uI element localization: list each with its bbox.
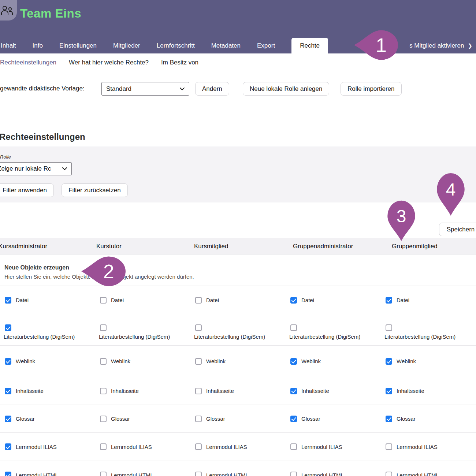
permission-cell: Datei [0,286,95,314]
checkbox-checked[interactable] [290,388,297,394]
apply-filter-button[interactable]: Filter anwenden [0,183,54,197]
section-description: Hier stellen Sie ein, welche Objekte in … [4,274,194,280]
permission-cell: Literaturbestellung (DigiSem) [286,314,381,345]
checkbox-unchecked[interactable] [100,297,107,304]
permission-cell: Lernmodul HTML [381,461,476,476]
callout-number: 3 [386,199,416,233]
checkbox-checked[interactable] [5,472,11,476]
subtab-wer-hat-hier-welche-rechte[interactable]: Wer hat hier welche Rechte? [69,59,149,66]
permission-cell: Glossar [381,405,476,432]
permission-cell: Lernmodul ILIAS [95,433,190,461]
permission-row-weblink: WeblinkWeblinkWeblinkWeblinkWeblink [0,346,476,377]
permission-cell: Datei [286,286,381,314]
checkbox-unchecked[interactable] [386,443,392,450]
checkbox-unchecked[interactable] [100,324,107,331]
save-button[interactable]: Speichern [439,223,476,236]
checkbox-unchecked[interactable] [195,324,202,331]
column-header-gruppenmitglied: Gruppenmitglied [392,238,438,254]
subtab-bar: RechteeinstellungenWer hat hier welche R… [0,53,476,72]
checkbox-unchecked[interactable] [386,324,392,331]
permission-cell: Weblink [190,346,286,377]
subtab-im-besitz-von[interactable]: Im Besitz von [161,59,198,66]
checkbox-unchecked[interactable] [386,472,392,476]
tab-rechte[interactable]: Rechte [291,38,328,53]
permission-label: Datei [111,297,124,303]
checkbox-unchecked[interactable] [195,472,202,476]
checkbox-checked[interactable] [5,297,11,304]
permission-label: Lernmodul ILIAS [16,444,57,450]
checkbox-checked[interactable] [5,324,11,331]
role-filter-label: Rolle [0,154,11,160]
checkbox-checked[interactable] [386,416,392,422]
pin-down-icon [386,199,416,242]
didactic-template-label: gewandte didaktische Vorlage: [0,85,85,92]
permission-label: Lernmodul HTML [206,472,249,476]
permission-label: Inhaltsseite [301,388,329,394]
didactic-template-select[interactable]: Standard [101,82,189,96]
checkbox-unchecked[interactable] [100,358,107,365]
permission-label: Inhaltsseite [111,388,139,394]
permission-cell: Inhaltsseite [0,377,95,405]
permission-label: Lernmodul HTML [301,472,344,476]
tab-info[interactable]: Info [33,38,43,53]
checkbox-checked[interactable] [290,297,297,304]
tab-lernfortschritt[interactable]: Lernfortschritt [157,38,195,53]
checkbox-checked[interactable] [5,416,11,422]
permission-row-datei: DateiDateiDateiDateiDatei [0,286,476,314]
checkbox-checked[interactable] [290,358,297,365]
checkbox-checked[interactable] [290,416,297,422]
permission-label: Glossar [301,416,320,422]
tab-mitglieder[interactable]: Mitglieder [113,38,140,53]
more-tab-label: s Mitglied aktivieren [409,42,464,49]
didactic-template-select-value: Standard [106,85,131,93]
create-local-role-button[interactable]: Neue lokale Rolle anlegen [243,82,329,96]
permission-label: Literaturbestellung (DigiSem) [384,334,455,340]
permission-label: Lernmodul ILIAS [301,444,342,450]
permission-row-lernmodul-ilias: Lernmodul ILIASLernmodul ILIASLernmodul … [0,433,476,461]
checkbox-checked[interactable] [5,358,11,365]
permission-cell: Lernmodul ILIAS [0,433,95,461]
checkbox-checked[interactable] [5,443,11,450]
didactic-template-row: gewandte didaktische Vorlage: Standard Ä… [0,81,476,97]
checkbox-unchecked[interactable] [290,443,297,450]
checkbox-unchecked[interactable] [195,416,202,422]
checkbox-checked[interactable] [5,388,11,394]
checkbox-checked[interactable] [386,388,392,394]
checkbox-unchecked[interactable] [100,443,107,450]
import-role-button[interactable]: Rolle importieren [341,82,402,96]
permission-cell: Glossar [95,405,190,432]
checkbox-unchecked[interactable] [195,443,202,450]
group-icon [1,5,13,15]
checkbox-unchecked[interactable] [100,416,107,422]
checkbox-unchecked[interactable] [100,388,107,394]
subtab-rechteeinstellungen[interactable]: Rechteeinstellungen [0,59,56,66]
reset-filter-button[interactable]: Filter zurücksetzen [62,183,128,197]
checkbox-checked[interactable] [386,358,392,365]
checkbox-unchecked[interactable] [290,472,297,476]
ilias-permissions-screen: Team Eins InhaltInfoEinstellungenMitglie… [0,0,476,476]
tab-inhalt[interactable]: Inhalt [1,38,16,53]
permission-cell: Lernmodul ILIAS [381,433,476,461]
tab-bar: InhaltInfoEinstellungenMitgliederLernfor… [1,38,476,53]
permission-label: Inhaltsseite [397,388,424,394]
tab-einstellungen[interactable]: Einstellungen [59,38,97,53]
checkbox-unchecked[interactable] [100,472,107,476]
permission-cell: Glossar [286,405,381,432]
permission-label: Lernmodul HTML [16,472,58,476]
checkbox-unchecked[interactable] [290,324,297,331]
tab-metadaten[interactable]: Metadaten [211,38,241,53]
change-template-button[interactable]: Ändern [195,82,229,96]
permission-cell: Glossar [0,405,95,432]
permission-label: Glossar [16,416,35,422]
role-filter-select[interactable]: Zeige nur lokale Rc [0,162,72,175]
checkbox-unchecked[interactable] [195,388,202,394]
checkbox-unchecked[interactable] [195,358,202,365]
checkbox-checked[interactable] [386,297,392,304]
permission-cell: Lernmodul HTML [190,461,286,476]
checkbox-unchecked[interactable] [195,297,202,304]
permission-label: Weblink [397,358,416,364]
permission-label: Glossar [111,416,130,422]
tab-als-mitglied-aktivieren[interactable]: s Mitglied aktivieren ❯ [409,38,472,53]
permission-label: Weblink [16,358,35,364]
tab-export[interactable]: Export [257,38,275,53]
